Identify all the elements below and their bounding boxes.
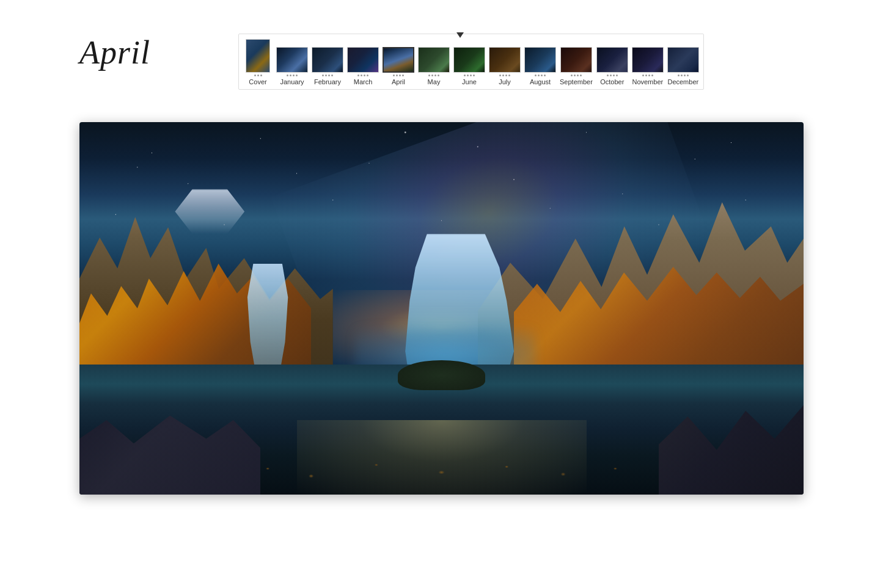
thumb-label-december: December [667,78,698,85]
tab-april[interactable]: April [381,46,416,87]
thumb-label-january: January [280,78,304,85]
thumb-label-april: April [392,78,405,85]
month-strip: Cover January February [238,34,704,90]
tab-july[interactable]: July [487,46,522,87]
thumb-label-march: March [354,78,373,85]
thumb-label-september: September [560,78,593,85]
thumb-calendar-dots [393,74,404,76]
thumb-calendar-dots [499,74,510,76]
thumb-label-february: February [314,78,341,85]
island-center [398,360,485,390]
tab-september[interactable]: September [558,46,595,87]
main-calendar-image [79,122,804,495]
active-month-arrow [456,32,464,38]
tab-december[interactable]: December [665,46,701,87]
scene-container [79,122,804,495]
tab-august[interactable]: August [522,46,558,87]
tab-march[interactable]: March [345,46,381,87]
thumb-label-october: October [600,78,624,85]
thumb-calendar-dots [571,74,582,76]
thumb-calendar-dots [535,74,546,76]
leaves-water [224,450,659,487]
thumb-calendar-dots [357,74,368,76]
thumb-label-july: July [499,78,511,85]
thumb-calendar-dots [642,74,653,76]
tab-february[interactable]: February [310,46,345,87]
thumb-calendar-dots [322,74,333,76]
thumb-label-august: August [530,78,551,85]
tab-june[interactable]: June [452,46,487,87]
tab-january[interactable]: January [274,46,310,87]
thumb-calendar-dots [428,74,439,76]
thumbnails-container: Cover January February [238,34,704,90]
thumb-label-may: May [428,78,441,85]
thumb-label-june: June [462,78,477,85]
tab-may[interactable]: May [416,46,452,87]
thumb-calendar-dots [464,74,475,76]
thumb-label-cover: Cover [249,78,266,85]
thumb-calendar-dots [607,74,618,76]
thumb-label-november: November [632,78,663,85]
page-title: April [79,34,150,71]
tab-cover[interactable]: Cover [241,38,274,87]
tab-november[interactable]: November [630,46,665,87]
thumb-calendar-dots [287,74,298,76]
tab-october[interactable]: October [595,46,630,87]
thumb-calendar-dots [678,74,689,76]
thumb-calendar-dots [254,74,262,76]
